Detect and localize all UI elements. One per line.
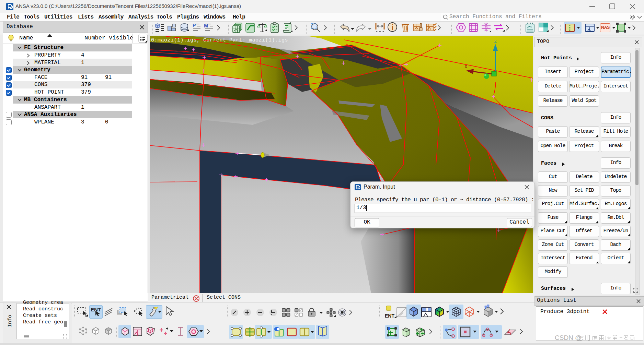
svg-text:M: M [204,23,208,28]
svg-text:ENT: ENT [385,313,394,319]
svg-text:X: X [464,64,468,70]
svg-text:0:maozi(1).igs, Current Part:: 0:maozi(1).igs, Current Part: maozi(1).i… [151,37,288,43]
svg-text:P: P [193,23,196,28]
svg-text:z: z [494,38,497,44]
